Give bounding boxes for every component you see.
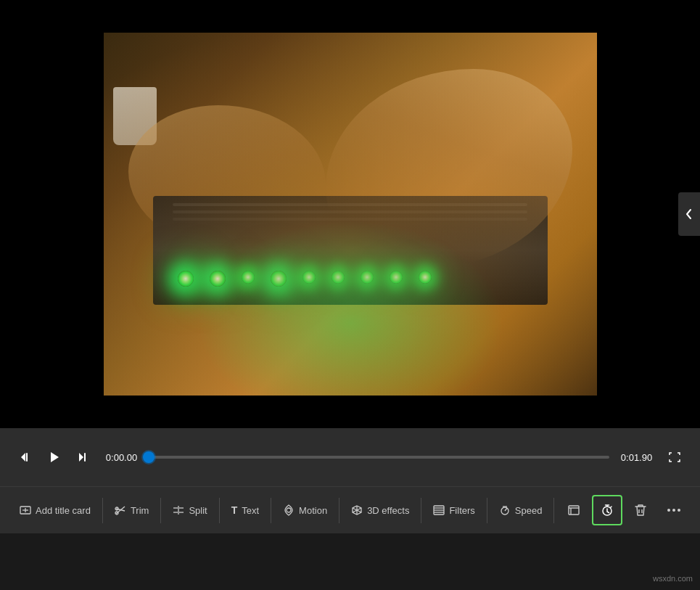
3d-effects-icon — [351, 504, 363, 516]
add-title-card-icon — [20, 505, 31, 515]
filters-button[interactable]: Filters — [424, 501, 483, 520]
speed-icon — [499, 504, 511, 516]
current-time: 0:00.00 — [102, 452, 141, 463]
toolbar: Add title card Trim Split — [0, 486, 700, 533]
divider-6 — [421, 498, 421, 523]
divider-4 — [271, 498, 271, 523]
add-title-card-label: Add title card — [36, 505, 91, 516]
total-time: 0:01.90 — [617, 452, 656, 463]
3d-effects-label: 3D effects — [367, 505, 409, 516]
aspect-ratio-button[interactable] — [559, 495, 589, 525]
split-button[interactable]: Split — [164, 501, 215, 520]
motion-label: Motion — [299, 505, 327, 516]
svg-rect-1 — [26, 453, 28, 462]
motion-button[interactable]: Motion — [274, 500, 336, 520]
scene-overlay — [104, 33, 597, 396]
delete-button[interactable] — [625, 495, 656, 525]
split-icon — [173, 505, 184, 515]
divider-1 — [102, 498, 103, 523]
trim-button[interactable]: Trim — [106, 501, 158, 520]
divider-3 — [219, 498, 220, 523]
watermark: wsxdn.com — [653, 574, 693, 583]
svg-marker-2 — [51, 452, 59, 462]
split-label: Split — [189, 505, 207, 516]
step-forward-button[interactable] — [73, 446, 94, 468]
divider-5 — [339, 498, 339, 523]
svg-marker-3 — [79, 453, 83, 462]
svg-point-37 — [667, 509, 670, 512]
add-title-card-button[interactable]: Add title card — [11, 501, 99, 520]
video-container — [0, 0, 700, 428]
timer-button[interactable] — [592, 495, 622, 525]
svg-point-39 — [678, 509, 680, 512]
divider-2 — [160, 498, 161, 523]
more-options-button[interactable] — [659, 495, 689, 525]
trim-label: Trim — [131, 505, 149, 516]
toolbar-right — [559, 495, 689, 525]
divider-7 — [487, 498, 487, 523]
fullscreen-button[interactable] — [664, 446, 685, 468]
video-frame — [104, 33, 597, 396]
svg-rect-29 — [569, 506, 579, 515]
progress-thumb[interactable] — [143, 451, 155, 463]
play-button[interactable] — [44, 446, 65, 468]
svg-line-27 — [505, 508, 507, 511]
trim-icon — [115, 505, 126, 515]
progress-bar[interactable] — [149, 456, 609, 459]
divider-8 — [553, 498, 554, 523]
rewind-button[interactable] — [15, 446, 36, 468]
filters-icon — [433, 505, 445, 515]
text-button[interactable]: T Text — [223, 500, 268, 520]
speed-button[interactable]: Speed — [490, 500, 551, 520]
svg-point-17 — [287, 508, 291, 512]
video-placeholder — [104, 33, 597, 396]
text-icon: T — [231, 504, 238, 516]
speed-label: Speed — [515, 505, 543, 516]
3d-effects-button[interactable]: 3D effects — [342, 500, 418, 520]
side-arrow-button[interactable] — [678, 192, 700, 236]
svg-point-38 — [672, 509, 675, 512]
text-label: Text — [242, 505, 259, 516]
svg-point-26 — [501, 507, 508, 515]
svg-rect-4 — [84, 453, 86, 462]
filters-label: Filters — [449, 505, 474, 516]
controls-area: 0:00.00 0:01.90 — [0, 428, 700, 486]
motion-icon — [283, 504, 295, 516]
svg-marker-0 — [21, 453, 25, 462]
